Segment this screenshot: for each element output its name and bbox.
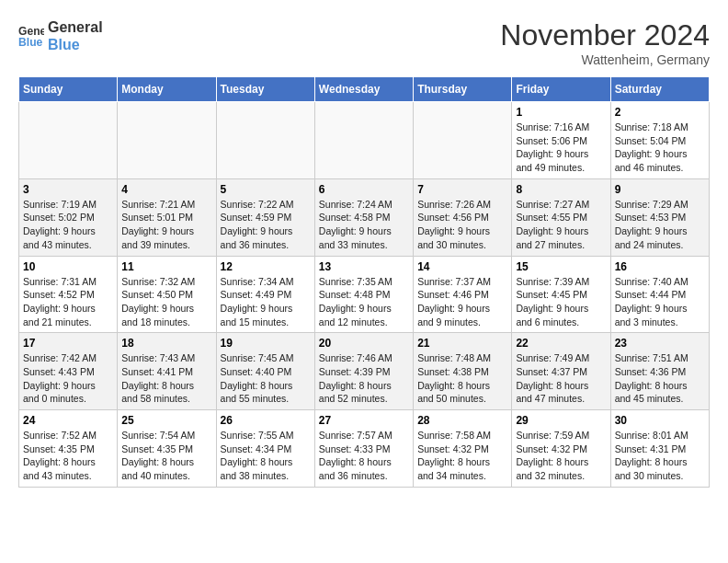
day-info: Sunrise: 7:37 AM Sunset: 4:46 PM Dayligh… [417,275,507,329]
calendar-cell [216,102,314,179]
calendar-cell [314,102,413,179]
day-info: Sunrise: 7:18 AM Sunset: 5:04 PM Dayligh… [615,121,705,175]
logo-icon: General Blue [18,23,44,49]
calendar-cell: 8Sunrise: 7:27 AM Sunset: 4:55 PM Daylig… [512,178,610,256]
day-info: Sunrise: 7:21 AM Sunset: 5:01 PM Dayligh… [121,198,211,252]
day-info: Sunrise: 7:45 AM Sunset: 4:40 PM Dayligh… [221,351,311,406]
day-info: Sunrise: 7:59 AM Sunset: 4:32 PM Dayligh… [516,429,606,483]
calendar-cell: 15Sunrise: 7:39 AM Sunset: 4:45 PM Dayli… [512,256,610,333]
calendar-cell: 26Sunrise: 7:55 AM Sunset: 4:34 PM Dayli… [216,410,314,488]
location-subtitle: Wattenheim, Germany [500,52,710,67]
calendar-header-row: SundayMondayTuesdayWednesdayThursdayFrid… [19,77,710,102]
day-number: 10 [23,260,113,273]
calendar-cell: 12Sunrise: 7:34 AM Sunset: 4:49 PM Dayli… [216,256,314,333]
day-number: 8 [516,183,606,196]
calendar-cell: 21Sunrise: 7:48 AM Sunset: 4:38 PM Dayli… [414,333,512,410]
calendar-cell: 16Sunrise: 7:40 AM Sunset: 4:44 PM Dayli… [610,256,709,333]
day-info: Sunrise: 7:29 AM Sunset: 4:53 PM Dayligh… [615,198,705,252]
day-number: 24 [23,414,113,427]
day-info: Sunrise: 7:16 AM Sunset: 5:06 PM Dayligh… [516,121,606,175]
day-number: 22 [516,337,606,350]
day-number: 21 [417,337,507,350]
day-number: 30 [615,414,705,427]
day-info: Sunrise: 7:26 AM Sunset: 4:56 PM Dayligh… [417,198,507,252]
calendar-cell: 24Sunrise: 7:52 AM Sunset: 4:35 PM Dayli… [19,410,118,488]
day-number: 12 [221,260,311,273]
calendar-cell: 17Sunrise: 7:42 AM Sunset: 4:43 PM Dayli… [19,333,118,410]
calendar-cell [414,102,512,179]
calendar-week-row: 1Sunrise: 7:16 AM Sunset: 5:06 PM Daylig… [19,102,710,179]
col-header-wednesday: Wednesday [314,77,413,102]
day-number: 1 [516,106,606,119]
calendar-cell: 3Sunrise: 7:19 AM Sunset: 5:02 PM Daylig… [19,178,118,256]
day-number: 14 [417,260,507,273]
page-header: General Blue General Blue November 2024 … [18,18,710,67]
calendar-cell: 11Sunrise: 7:32 AM Sunset: 4:50 PM Dayli… [118,256,216,333]
calendar-cell: 27Sunrise: 7:57 AM Sunset: 4:33 PM Dayli… [314,410,413,488]
calendar-table: SundayMondayTuesdayWednesdayThursdayFrid… [18,76,710,488]
col-header-tuesday: Tuesday [216,77,314,102]
col-header-friday: Friday [512,77,610,102]
calendar-cell: 13Sunrise: 7:35 AM Sunset: 4:48 PM Dayli… [314,256,413,333]
calendar-cell: 19Sunrise: 7:45 AM Sunset: 4:40 PM Dayli… [216,333,314,410]
day-info: Sunrise: 7:39 AM Sunset: 4:45 PM Dayligh… [516,275,606,329]
col-header-saturday: Saturday [610,77,709,102]
day-info: Sunrise: 7:46 AM Sunset: 4:39 PM Dayligh… [319,351,409,406]
day-number: 23 [615,337,705,350]
logo-blue: Blue [48,36,103,53]
col-header-monday: Monday [118,77,216,102]
month-title: November 2024 [500,18,710,52]
day-number: 9 [615,183,705,196]
day-info: Sunrise: 7:35 AM Sunset: 4:48 PM Dayligh… [319,275,409,329]
calendar-cell: 20Sunrise: 7:46 AM Sunset: 4:39 PM Dayli… [314,333,413,410]
day-info: Sunrise: 7:49 AM Sunset: 4:37 PM Dayligh… [516,351,606,406]
day-number: 7 [417,183,507,196]
calendar-cell: 22Sunrise: 7:49 AM Sunset: 4:37 PM Dayli… [512,333,610,410]
day-number: 6 [319,183,409,196]
title-block: November 2024 Wattenheim, Germany [500,18,710,67]
day-info: Sunrise: 7:52 AM Sunset: 4:35 PM Dayligh… [23,429,113,483]
day-info: Sunrise: 7:22 AM Sunset: 4:59 PM Dayligh… [221,198,311,252]
calendar-cell: 10Sunrise: 7:31 AM Sunset: 4:52 PM Dayli… [19,256,118,333]
calendar-cell: 25Sunrise: 7:54 AM Sunset: 4:35 PM Dayli… [118,410,216,488]
day-number: 17 [23,337,113,350]
day-info: Sunrise: 7:32 AM Sunset: 4:50 PM Dayligh… [121,275,211,329]
calendar-cell: 18Sunrise: 7:43 AM Sunset: 4:41 PM Dayli… [118,333,216,410]
calendar-cell: 1Sunrise: 7:16 AM Sunset: 5:06 PM Daylig… [512,102,610,179]
calendar-cell: 9Sunrise: 7:29 AM Sunset: 4:53 PM Daylig… [610,178,709,256]
day-number: 26 [221,414,311,427]
day-info: Sunrise: 7:42 AM Sunset: 4:43 PM Dayligh… [23,351,113,406]
svg-text:Blue: Blue [18,36,43,49]
day-number: 11 [121,260,211,273]
calendar-week-row: 24Sunrise: 7:52 AM Sunset: 4:35 PM Dayli… [19,410,710,488]
calendar-week-row: 3Sunrise: 7:19 AM Sunset: 5:02 PM Daylig… [19,178,710,256]
day-number: 18 [121,337,211,350]
day-info: Sunrise: 7:43 AM Sunset: 4:41 PM Dayligh… [121,351,211,406]
day-number: 16 [615,260,705,273]
day-number: 25 [121,414,211,427]
day-number: 27 [319,414,409,427]
calendar-cell: 28Sunrise: 7:58 AM Sunset: 4:32 PM Dayli… [414,410,512,488]
day-info: Sunrise: 7:54 AM Sunset: 4:35 PM Dayligh… [121,429,211,483]
day-info: Sunrise: 7:19 AM Sunset: 5:02 PM Dayligh… [23,198,113,252]
day-number: 3 [23,183,113,196]
calendar-cell: 4Sunrise: 7:21 AM Sunset: 5:01 PM Daylig… [118,178,216,256]
logo-general: General [48,18,103,36]
calendar-cell: 30Sunrise: 8:01 AM Sunset: 4:31 PM Dayli… [610,410,709,488]
day-number: 5 [221,183,311,196]
day-number: 15 [516,260,606,273]
day-info: Sunrise: 8:01 AM Sunset: 4:31 PM Dayligh… [615,429,705,483]
day-number: 4 [121,183,211,196]
day-number: 19 [221,337,311,350]
calendar-cell [19,102,118,179]
calendar-cell: 2Sunrise: 7:18 AM Sunset: 5:04 PM Daylig… [610,102,709,179]
day-number: 29 [516,414,606,427]
day-info: Sunrise: 7:24 AM Sunset: 4:58 PM Dayligh… [319,198,409,252]
calendar-cell: 23Sunrise: 7:51 AM Sunset: 4:36 PM Dayli… [610,333,709,410]
day-info: Sunrise: 7:48 AM Sunset: 4:38 PM Dayligh… [417,351,507,406]
calendar-cell: 29Sunrise: 7:59 AM Sunset: 4:32 PM Dayli… [512,410,610,488]
calendar-week-row: 10Sunrise: 7:31 AM Sunset: 4:52 PM Dayli… [19,256,710,333]
day-info: Sunrise: 7:55 AM Sunset: 4:34 PM Dayligh… [221,429,311,483]
day-number: 13 [319,260,409,273]
day-info: Sunrise: 7:34 AM Sunset: 4:49 PM Dayligh… [221,275,311,329]
